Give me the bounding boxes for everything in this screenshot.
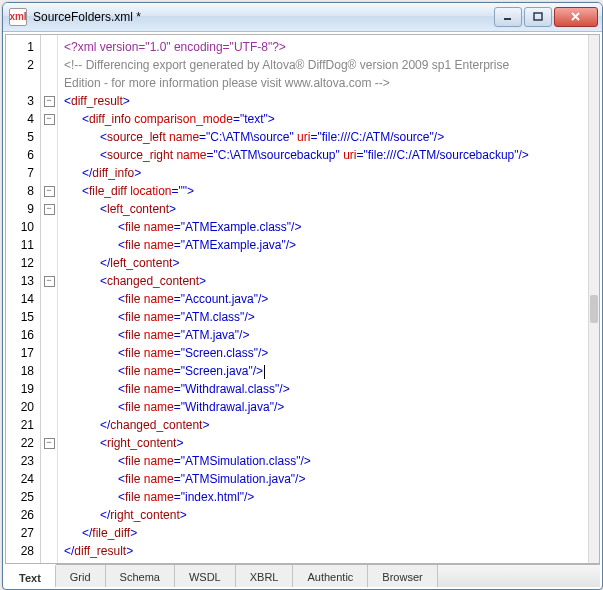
code-line[interactable]: <!-- Differencing export generated by Al…	[58, 56, 588, 74]
fold-cell: −	[41, 182, 57, 200]
line-number: 12	[6, 254, 40, 272]
code-line[interactable]: </changed_content>	[58, 416, 588, 434]
line-number: 1	[6, 38, 40, 56]
fold-cell	[41, 524, 57, 542]
view-tab-authentic[interactable]: Authentic	[293, 565, 368, 587]
code-line[interactable]: </diff_info>	[58, 164, 588, 182]
code-line[interactable]: </file_diff>	[58, 524, 588, 542]
code-line[interactable]: <file name="index.html"/>	[58, 488, 588, 506]
fold-cell	[41, 326, 57, 344]
fold-toggle-icon[interactable]: −	[44, 438, 55, 449]
line-number: 4	[6, 110, 40, 128]
line-number: 9	[6, 200, 40, 218]
code-view[interactable]: <?xml version="1.0" encoding="UTF-8"?><!…	[58, 35, 588, 563]
code-line[interactable]: Edition - for more information please vi…	[58, 74, 588, 92]
view-tab-grid[interactable]: Grid	[56, 565, 106, 587]
line-number: 2	[6, 56, 40, 74]
title-bar[interactable]: xml SourceFolders.xml *	[3, 3, 602, 32]
svg-rect-1	[534, 13, 542, 20]
fold-toggle-icon[interactable]: −	[44, 114, 55, 125]
fold-cell	[41, 218, 57, 236]
vertical-scrollbar[interactable]	[588, 35, 599, 563]
fold-cell	[41, 236, 57, 254]
line-number: 16	[6, 326, 40, 344]
line-number: 24	[6, 470, 40, 488]
line-number: 7	[6, 164, 40, 182]
fold-cell: −	[41, 110, 57, 128]
line-number: 18	[6, 362, 40, 380]
close-button[interactable]	[554, 7, 598, 27]
code-line[interactable]: <diff_info comparison_mode="text">	[58, 110, 588, 128]
view-tab-schema[interactable]: Schema	[106, 565, 175, 587]
fold-cell	[41, 506, 57, 524]
fold-column: −−−−−−	[41, 35, 58, 563]
window-buttons	[494, 7, 598, 27]
fold-toggle-icon[interactable]: −	[44, 204, 55, 215]
editor-area: 1234567891011121314151617181920212223242…	[5, 34, 600, 564]
fold-cell	[41, 542, 57, 560]
view-tab-browser[interactable]: Browser	[368, 565, 437, 587]
view-tab-text[interactable]: Text	[5, 564, 56, 587]
minimize-button[interactable]	[494, 7, 522, 27]
line-number: 28	[6, 542, 40, 560]
code-line[interactable]: <left_content>	[58, 200, 588, 218]
view-tab-wsdl[interactable]: WSDL	[175, 565, 236, 587]
line-number: 11	[6, 236, 40, 254]
fold-cell	[41, 74, 57, 92]
code-line[interactable]: <file name="Screen.class"/>	[58, 344, 588, 362]
fold-cell: −	[41, 200, 57, 218]
code-line[interactable]: </left_content>	[58, 254, 588, 272]
code-line[interactable]: <file name="Account.java"/>	[58, 290, 588, 308]
text-cursor	[264, 365, 265, 379]
code-line[interactable]: <changed_content>	[58, 272, 588, 290]
code-line[interactable]: <right_content>	[58, 434, 588, 452]
line-number: 14	[6, 290, 40, 308]
fold-toggle-icon[interactable]: −	[44, 276, 55, 287]
code-line[interactable]: <file name="ATMExample.java"/>	[58, 236, 588, 254]
line-number: 15	[6, 308, 40, 326]
fold-cell	[41, 470, 57, 488]
scrollbar-thumb[interactable]	[590, 295, 598, 323]
fold-cell	[41, 290, 57, 308]
code-line[interactable]: <file name="Withdrawal.java"/>	[58, 398, 588, 416]
fold-cell	[41, 452, 57, 470]
fold-cell	[41, 344, 57, 362]
code-line[interactable]: <file name="Withdrawal.class"/>	[58, 380, 588, 398]
view-tabs: TextGridSchemaWSDLXBRLAuthenticBrowser	[5, 564, 600, 587]
code-line[interactable]: <file name="ATM.class"/>	[58, 308, 588, 326]
line-number: 13	[6, 272, 40, 290]
code-line[interactable]: <source_right name="C:\ATM\sourcebackup"…	[58, 146, 588, 164]
code-line[interactable]: <file name="ATMSimulation.class"/>	[58, 452, 588, 470]
fold-toggle-icon[interactable]: −	[44, 186, 55, 197]
line-number: 20	[6, 398, 40, 416]
line-number: 22	[6, 434, 40, 452]
line-number: 8	[6, 182, 40, 200]
maximize-button[interactable]	[524, 7, 552, 27]
line-number: 19	[6, 380, 40, 398]
fold-cell	[41, 38, 57, 56]
line-number: 6	[6, 146, 40, 164]
fold-cell: −	[41, 434, 57, 452]
line-number: 17	[6, 344, 40, 362]
code-line[interactable]: <diff_result>	[58, 92, 588, 110]
fold-toggle-icon[interactable]: −	[44, 96, 55, 107]
fold-cell	[41, 308, 57, 326]
code-line[interactable]: <file name="ATM.java"/>	[58, 326, 588, 344]
view-tab-xbrl[interactable]: XBRL	[236, 565, 294, 587]
code-line[interactable]: <?xml version="1.0" encoding="UTF-8"?>	[58, 38, 588, 56]
fold-cell	[41, 488, 57, 506]
fold-cell	[41, 146, 57, 164]
code-line[interactable]: <file name="ATMExample.class"/>	[58, 218, 588, 236]
fold-cell	[41, 254, 57, 272]
line-number: 26	[6, 506, 40, 524]
code-line[interactable]: <file name="Screen.java"/>	[58, 362, 588, 380]
code-line[interactable]: <source_left name="C:\ATM\source" uri="f…	[58, 128, 588, 146]
code-line[interactable]: </diff_result>	[58, 542, 588, 560]
code-line[interactable]: <file name="ATMSimulation.java"/>	[58, 470, 588, 488]
code-line[interactable]: </right_content>	[58, 506, 588, 524]
line-number: 25	[6, 488, 40, 506]
fold-cell	[41, 128, 57, 146]
line-number: 3	[6, 92, 40, 110]
fold-cell	[41, 416, 57, 434]
code-line[interactable]: <file_diff location="">	[58, 182, 588, 200]
